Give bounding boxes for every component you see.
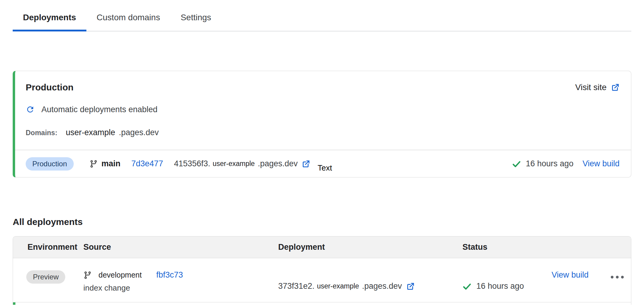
production-title: Production (26, 82, 73, 93)
column-header-source: Source (83, 243, 278, 252)
deployment-url-hash: 415356f3. (174, 159, 210, 168)
production-deployment-row: Production main 7d3e477 415356f3. user-e… (15, 150, 631, 177)
branch-name: main (101, 159, 121, 168)
commit-message: index change (83, 283, 278, 293)
more-options-button[interactable] (610, 275, 625, 280)
domain-name: user-example (66, 128, 115, 137)
column-header-environment: Environment (13, 243, 83, 252)
deployment-url-suffix: .pages.dev (258, 159, 298, 168)
external-link-icon (611, 83, 620, 92)
production-card-header: Production Visit site (15, 71, 631, 93)
tab-deployments[interactable]: Deployments (13, 10, 86, 31)
git-branch-icon (89, 160, 98, 168)
environment-cell: Preview (13, 258, 83, 302)
deployment-url-subdomain: user-example (213, 160, 255, 168)
deployment-url-hash: 373f31e2. (278, 282, 314, 291)
success-check-icon (462, 282, 472, 291)
production-row-indicator (13, 302, 15, 305)
source-cell: development fbf3c73 index change (83, 258, 278, 302)
domain-suffix: .pages.dev (119, 128, 159, 137)
environment-badge: Production (26, 157, 74, 171)
deployments-table: Environment Source Deployment Status Pre… (13, 236, 631, 305)
commit-link[interactable]: 7d3e477 (131, 159, 163, 168)
auto-deployments-status: Automatic deployments enabled (26, 104, 620, 115)
production-card: Production Visit site Automatic deploym (13, 71, 631, 177)
status-cell: 16 hours ago (462, 258, 552, 302)
tab-bar: Deployments Custom domains Settings (13, 0, 631, 31)
all-deployments-heading: All deployments (13, 217, 631, 227)
view-build-link[interactable]: View build (582, 159, 620, 168)
git-branch-icon (83, 271, 92, 279)
next-row-partial (13, 302, 631, 305)
open-deployment-icon[interactable] (302, 160, 310, 168)
tab-settings[interactable]: Settings (170, 10, 221, 31)
domains-label: Domains: (26, 129, 57, 137)
deployment-url-cell: 373f31e2. user-example .pages.dev (278, 258, 462, 302)
column-header-deployment: Deployment (278, 243, 462, 252)
deployments-table-header: Environment Source Deployment Status (13, 236, 631, 258)
visit-site-link[interactable]: Visit site (575, 83, 620, 92)
tab-settings-label: Settings (181, 13, 211, 22)
open-deployment-icon[interactable] (406, 282, 415, 291)
deployment-status: 16 hours ago (512, 159, 574, 168)
deployment-time: 16 hours ago (476, 282, 524, 291)
column-header-status: Status (462, 243, 552, 252)
more-options-icon (611, 276, 613, 278)
refresh-icon (26, 105, 35, 114)
deployment-url-subdomain: user-example (317, 282, 359, 290)
deployment-time: 16 hours ago (526, 159, 574, 168)
text-annotation: Text (317, 163, 332, 173)
tab-custom-domains[interactable]: Custom domains (86, 10, 170, 31)
commit-link[interactable]: fbf3c73 (156, 270, 183, 280)
actions-cell: View build (552, 258, 631, 302)
visit-site-label: Visit site (575, 83, 607, 92)
tab-deployments-label: Deployments (23, 13, 76, 22)
domains-row: Domains: user-example .pages.dev (26, 128, 620, 138)
tab-custom-domains-label: Custom domains (97, 13, 160, 22)
source-branch-line: development fbf3c73 (83, 270, 278, 280)
auto-deployments-text: Automatic deployments enabled (41, 105, 157, 114)
branch-name: development (98, 271, 142, 279)
pages-project-deployments-view: Deployments Custom domains Settings Prod… (0, 0, 644, 306)
deployment-url-suffix: .pages.dev (362, 282, 402, 291)
success-check-icon (512, 159, 521, 168)
deployment-table-row: Preview development fbf3c73 index change… (13, 258, 631, 302)
environment-badge: Preview (26, 270, 65, 284)
view-build-link[interactable]: View build (552, 270, 589, 280)
